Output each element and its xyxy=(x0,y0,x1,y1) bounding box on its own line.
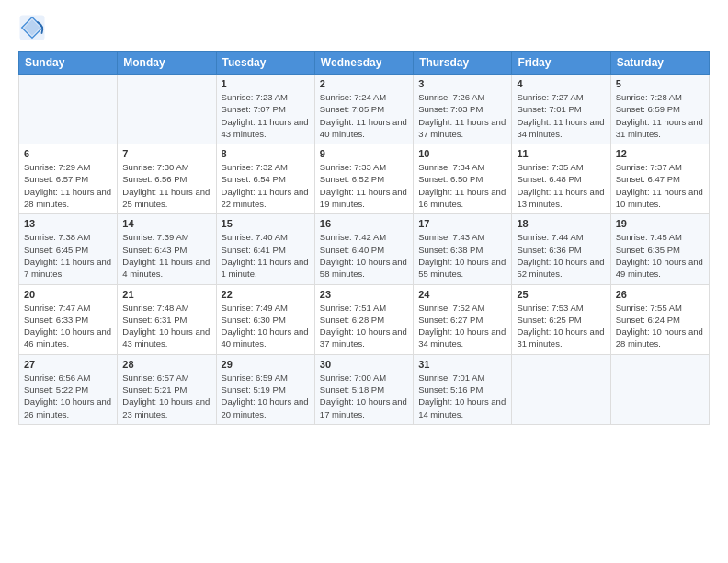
day-number: 18 xyxy=(517,218,605,229)
day-number: 26 xyxy=(616,289,704,300)
calendar-cell: 31Sunrise: 7:01 AM Sunset: 5:16 PM Dayli… xyxy=(414,354,512,424)
calendar-cell: 24Sunrise: 7:52 AM Sunset: 6:27 PM Dayli… xyxy=(414,284,512,354)
calendar-cell: 23Sunrise: 7:51 AM Sunset: 6:28 PM Dayli… xyxy=(314,284,413,354)
day-number: 3 xyxy=(418,78,506,89)
day-info: Sunrise: 6:59 AM Sunset: 5:19 PM Dayligh… xyxy=(222,372,310,420)
day-info: Sunrise: 7:38 AM Sunset: 6:45 PM Dayligh… xyxy=(24,231,112,280)
weekday-header-sunday: Sunday xyxy=(19,52,118,75)
weekday-header-friday: Friday xyxy=(512,52,610,75)
logo xyxy=(18,14,50,41)
header xyxy=(18,14,710,41)
day-number: 12 xyxy=(616,148,704,159)
calendar-cell: 28Sunrise: 6:57 AM Sunset: 5:21 PM Dayli… xyxy=(118,354,216,424)
day-info: Sunrise: 7:49 AM Sunset: 6:30 PM Dayligh… xyxy=(222,302,310,350)
day-info: Sunrise: 7:47 AM Sunset: 6:33 PM Dayligh… xyxy=(24,302,112,350)
weekday-header-tuesday: Tuesday xyxy=(216,52,314,75)
calendar-cell: 16Sunrise: 7:42 AM Sunset: 6:40 PM Dayli… xyxy=(314,214,413,284)
day-number: 30 xyxy=(320,359,408,370)
calendar-table: SundayMondayTuesdayWednesdayThursdayFrid… xyxy=(18,51,710,425)
day-info: Sunrise: 7:27 AM Sunset: 7:01 PM Dayligh… xyxy=(517,91,605,140)
day-number: 24 xyxy=(418,289,506,300)
calendar-cell: 26Sunrise: 7:55 AM Sunset: 6:24 PM Dayli… xyxy=(610,284,709,354)
calendar-cell: 2Sunrise: 7:24 AM Sunset: 7:05 PM Daylig… xyxy=(314,75,413,144)
day-number: 28 xyxy=(122,359,210,370)
day-number: 5 xyxy=(616,78,704,89)
day-info: Sunrise: 7:26 AM Sunset: 7:03 PM Dayligh… xyxy=(418,91,506,140)
day-info: Sunrise: 7:32 AM Sunset: 6:54 PM Dayligh… xyxy=(222,161,310,210)
day-info: Sunrise: 7:34 AM Sunset: 6:50 PM Dayligh… xyxy=(418,161,506,210)
day-info: Sunrise: 7:37 AM Sunset: 6:47 PM Dayligh… xyxy=(616,161,704,210)
calendar-cell: 25Sunrise: 7:53 AM Sunset: 6:25 PM Dayli… xyxy=(512,284,610,354)
day-number: 13 xyxy=(24,218,112,229)
calendar-cell: 22Sunrise: 7:49 AM Sunset: 6:30 PM Dayli… xyxy=(216,284,314,354)
day-number: 1 xyxy=(222,78,310,89)
day-info: Sunrise: 7:43 AM Sunset: 6:38 PM Dayligh… xyxy=(418,231,506,280)
day-number: 19 xyxy=(616,218,704,229)
day-number: 4 xyxy=(517,78,605,89)
calendar-cell: 7Sunrise: 7:30 AM Sunset: 6:56 PM Daylig… xyxy=(118,144,216,214)
day-info: Sunrise: 7:24 AM Sunset: 7:05 PM Dayligh… xyxy=(320,91,408,140)
day-info: Sunrise: 7:44 AM Sunset: 6:36 PM Dayligh… xyxy=(517,231,605,280)
day-number: 9 xyxy=(320,148,408,159)
day-number: 21 xyxy=(122,289,210,300)
day-number: 22 xyxy=(222,289,310,300)
calendar-cell: 27Sunrise: 6:56 AM Sunset: 5:22 PM Dayli… xyxy=(19,354,118,424)
day-info: Sunrise: 7:35 AM Sunset: 6:48 PM Dayligh… xyxy=(517,161,605,210)
calendar-cell: 6Sunrise: 7:29 AM Sunset: 6:57 PM Daylig… xyxy=(19,144,118,214)
day-info: Sunrise: 7:55 AM Sunset: 6:24 PM Dayligh… xyxy=(616,302,704,350)
day-info: Sunrise: 7:52 AM Sunset: 6:27 PM Dayligh… xyxy=(418,302,506,350)
day-number: 23 xyxy=(320,289,408,300)
day-info: Sunrise: 7:33 AM Sunset: 6:52 PM Dayligh… xyxy=(320,161,408,210)
day-number: 8 xyxy=(222,148,310,159)
day-info: Sunrise: 7:23 AM Sunset: 7:07 PM Dayligh… xyxy=(222,91,310,140)
calendar-cell: 4Sunrise: 7:27 AM Sunset: 7:01 PM Daylig… xyxy=(512,75,610,144)
calendar-cell xyxy=(19,75,118,144)
page: SundayMondayTuesdayWednesdayThursdayFrid… xyxy=(0,0,728,434)
day-info: Sunrise: 7:45 AM Sunset: 6:35 PM Dayligh… xyxy=(616,231,704,280)
day-info: Sunrise: 7:00 AM Sunset: 5:18 PM Dayligh… xyxy=(320,372,408,420)
day-info: Sunrise: 7:40 AM Sunset: 6:41 PM Dayligh… xyxy=(222,231,310,280)
day-info: Sunrise: 7:01 AM Sunset: 5:16 PM Dayligh… xyxy=(418,372,506,420)
day-info: Sunrise: 7:42 AM Sunset: 6:40 PM Dayligh… xyxy=(320,231,408,280)
calendar-cell: 3Sunrise: 7:26 AM Sunset: 7:03 PM Daylig… xyxy=(414,75,512,144)
week-row-2: 6Sunrise: 7:29 AM Sunset: 6:57 PM Daylig… xyxy=(19,144,710,214)
calendar-cell xyxy=(118,75,216,144)
calendar-cell: 15Sunrise: 7:40 AM Sunset: 6:41 PM Dayli… xyxy=(216,214,314,284)
day-number: 27 xyxy=(24,359,112,370)
weekday-header-thursday: Thursday xyxy=(414,52,512,75)
week-row-4: 20Sunrise: 7:47 AM Sunset: 6:33 PM Dayli… xyxy=(19,284,710,354)
calendar-cell: 13Sunrise: 7:38 AM Sunset: 6:45 PM Dayli… xyxy=(19,214,118,284)
day-number: 14 xyxy=(122,218,210,229)
day-number: 10 xyxy=(418,148,506,159)
day-number: 6 xyxy=(24,148,112,159)
day-number: 11 xyxy=(517,148,605,159)
week-row-5: 27Sunrise: 6:56 AM Sunset: 5:22 PM Dayli… xyxy=(19,354,710,424)
calendar-cell: 19Sunrise: 7:45 AM Sunset: 6:35 PM Dayli… xyxy=(610,214,709,284)
calendar-cell: 14Sunrise: 7:39 AM Sunset: 6:43 PM Dayli… xyxy=(118,214,216,284)
calendar-cell: 9Sunrise: 7:33 AM Sunset: 6:52 PM Daylig… xyxy=(314,144,413,214)
day-info: Sunrise: 7:39 AM Sunset: 6:43 PM Dayligh… xyxy=(122,231,210,280)
day-info: Sunrise: 7:53 AM Sunset: 6:25 PM Dayligh… xyxy=(517,302,605,350)
calendar-cell: 10Sunrise: 7:34 AM Sunset: 6:50 PM Dayli… xyxy=(414,144,512,214)
weekday-header-row: SundayMondayTuesdayWednesdayThursdayFrid… xyxy=(19,52,710,75)
calendar-cell xyxy=(512,354,610,424)
weekday-header-wednesday: Wednesday xyxy=(314,52,413,75)
day-number: 7 xyxy=(122,148,210,159)
day-info: Sunrise: 7:28 AM Sunset: 6:59 PM Dayligh… xyxy=(616,91,704,140)
day-number: 17 xyxy=(418,218,506,229)
day-info: Sunrise: 6:56 AM Sunset: 5:22 PM Dayligh… xyxy=(24,372,112,420)
calendar-cell: 29Sunrise: 6:59 AM Sunset: 5:19 PM Dayli… xyxy=(216,354,314,424)
day-number: 29 xyxy=(222,359,310,370)
day-number: 31 xyxy=(418,359,506,370)
calendar-cell xyxy=(610,354,709,424)
day-number: 16 xyxy=(320,218,408,229)
day-number: 25 xyxy=(517,289,605,300)
calendar-cell: 21Sunrise: 7:48 AM Sunset: 6:31 PM Dayli… xyxy=(118,284,216,354)
weekday-header-monday: Monday xyxy=(118,52,216,75)
calendar-cell: 18Sunrise: 7:44 AM Sunset: 6:36 PM Dayli… xyxy=(512,214,610,284)
day-info: Sunrise: 7:29 AM Sunset: 6:57 PM Dayligh… xyxy=(24,161,112,210)
calendar-cell: 30Sunrise: 7:00 AM Sunset: 5:18 PM Dayli… xyxy=(314,354,413,424)
calendar-cell: 8Sunrise: 7:32 AM Sunset: 6:54 PM Daylig… xyxy=(216,144,314,214)
weekday-header-saturday: Saturday xyxy=(610,52,709,75)
day-info: Sunrise: 7:51 AM Sunset: 6:28 PM Dayligh… xyxy=(320,302,408,350)
